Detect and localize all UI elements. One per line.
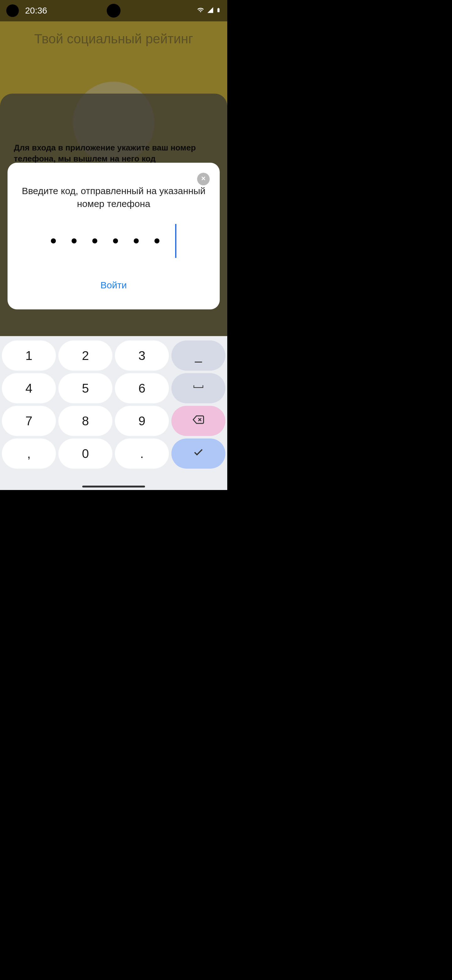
switch-keyboard-button[interactable] (203, 473, 216, 485)
front-camera-cutout-center (107, 4, 121, 18)
key-7[interactable]: 7 (2, 406, 56, 436)
key-1[interactable]: 1 (2, 340, 56, 371)
code-cursor (175, 224, 176, 258)
key-6[interactable]: 6 (115, 373, 169, 403)
key-enter[interactable] (171, 439, 225, 469)
key-4[interactable]: 4 (2, 373, 56, 403)
code-digit-2 (71, 239, 76, 243)
numeric-keyboard: 1 2 3 _ 4 5 6 7 8 9 , 0 . (0, 336, 227, 490)
login-button[interactable]: Войти (20, 280, 207, 291)
key-8[interactable]: 8 (59, 406, 113, 436)
key-period[interactable]: . (115, 439, 169, 469)
key-5[interactable]: 5 (59, 373, 113, 403)
code-digit-1 (51, 239, 56, 243)
code-digit-5 (134, 239, 139, 243)
close-icon (200, 175, 206, 183)
key-dash[interactable]: _ (171, 340, 225, 371)
checkmark-icon (193, 447, 204, 461)
key-3[interactable]: 3 (115, 340, 169, 371)
backspace-icon (193, 414, 204, 428)
modal-title: Введите код, отправленный на указанный н… (20, 185, 207, 210)
close-button[interactable] (197, 173, 210, 185)
key-9[interactable]: 9 (115, 406, 169, 436)
code-entry-modal: Введите код, отправленный на указанный н… (8, 163, 220, 309)
key-2[interactable]: 2 (59, 340, 113, 371)
status-icons (197, 6, 221, 15)
space-icon (193, 381, 204, 395)
key-space[interactable] (171, 373, 225, 403)
battery-icon (216, 6, 221, 15)
front-camera-cutout (6, 5, 19, 17)
key-comma[interactable]: , (2, 439, 56, 469)
key-0[interactable]: 0 (59, 439, 113, 469)
status-bar: 20:36 (0, 0, 227, 21)
wifi-icon (197, 6, 205, 15)
home-indicator[interactable] (82, 485, 145, 487)
code-input[interactable] (20, 239, 207, 258)
code-digit-6 (154, 239, 159, 243)
key-backspace[interactable] (171, 406, 225, 436)
code-digit-3 (92, 239, 97, 243)
code-digit-4 (113, 239, 118, 243)
status-time: 20:36 (25, 6, 47, 16)
hide-keyboard-button[interactable] (11, 473, 24, 485)
cellular-signal-icon (206, 6, 214, 15)
